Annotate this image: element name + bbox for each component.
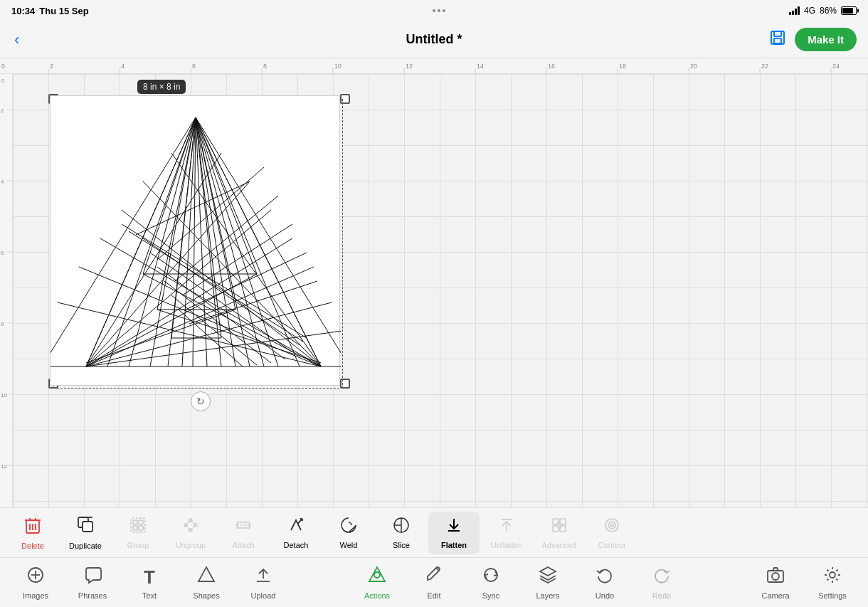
svg-rect-3 [0,58,868,74]
tool-ungroup[interactable]: Ungroup [165,512,216,554]
svg-point-144 [830,572,835,578]
tool-contour[interactable]: Contour [586,512,637,554]
toolbar-phrases[interactable]: Phrases [64,561,121,604]
phrases-label: Phrases [78,591,107,600]
tool-detach[interactable]: Detach [270,512,322,554]
svg-line-87 [189,281,317,324]
tool-group[interactable]: Group [112,512,164,554]
svg-line-94 [86,310,235,363]
undo-label: Undo [596,591,614,600]
svg-rect-1 [774,31,781,36]
svg-rect-2 [774,38,781,43]
svg-text:8: 8 [1,321,4,327]
status-right: 4G 86% [789,6,857,16]
save-button[interactable] [769,29,786,50]
toolbar-shapes[interactable]: Shapes [178,561,235,604]
network-label: 4G [804,6,815,16]
svg-text:18: 18 [619,63,626,70]
advanced-icon [551,517,568,538]
svg-text:12: 12 [406,63,413,70]
handle-bottom-right[interactable] [340,379,350,389]
toolbar-text[interactable]: T Text [121,561,178,604]
toolbar-settings[interactable]: Settings [804,561,861,604]
battery-icon [841,6,857,15]
flatten-icon [445,517,462,538]
ruler-vertical: 0 2 4 6 8 10 12 [0,74,13,507]
nav-title: Untitled * [406,32,462,47]
svg-rect-126 [553,526,559,532]
svg-line-70 [122,210,321,366]
shapes-label: Shapes [193,591,219,600]
weld-icon [340,517,357,538]
handle-top-right[interactable] [340,94,350,104]
flatten-label: Flatten [441,541,467,549]
svg-point-112 [189,519,192,522]
camera-label: Camera [761,591,789,600]
svg-line-62 [86,210,271,366]
svg-line-56 [196,117,278,366]
tool-advanced[interactable]: Advanced [534,512,585,554]
tool-attach[interactable]: Attach [218,512,269,554]
top-nav: ‹ Untitled * Make It [0,21,868,58]
status-date: Thu 15 Sep [39,6,88,16]
toolbar-undo[interactable]: Undo [576,561,633,604]
sync-label: Sync [482,591,499,600]
nav-right: Make It [769,28,857,51]
svg-marker-138 [369,567,385,581]
svg-line-80 [122,224,307,338]
edit-label: Edit [428,591,441,600]
svg-marker-90 [171,117,221,338]
tool-flatten[interactable]: Flatten [428,512,480,554]
attach-icon [235,517,252,538]
make-it-button[interactable]: Make It [795,28,857,51]
delete-icon [24,516,41,539]
weld-label: Weld [340,541,358,549]
toolbar-upload[interactable]: Upload [235,561,292,604]
redo-label: Redo [652,591,671,600]
tool-slice[interactable]: Slice [376,512,427,554]
rotate-handle[interactable]: ↻ [191,391,211,411]
slice-label: Slice [393,541,410,549]
group-icon [129,517,147,538]
canvas-area[interactable]: 8 in × 8 in [13,74,868,507]
tool-unflatten[interactable]: Unflatten [481,512,532,554]
svg-text:20: 20 [690,63,697,70]
toolbar-sync[interactable]: Sync [462,561,519,604]
undo-icon [596,566,614,588]
ruler-v-svg: 0 2 4 6 8 10 12 [0,74,13,507]
toolbar-camera[interactable]: Camera [747,561,804,604]
images-icon [26,566,45,588]
svg-marker-141 [540,567,556,576]
tool-duplicate[interactable]: Duplicate [60,512,111,554]
svg-marker-135 [199,567,214,581]
svg-line-82 [136,181,250,235]
svg-rect-29 [0,74,13,507]
svg-text:12: 12 [1,463,7,470]
toolbar-layers[interactable]: Layers [519,561,576,604]
edit-icon [425,566,443,588]
svg-line-59 [86,117,196,366]
shapes-icon [197,566,216,588]
toolbar-actions[interactable]: Actions [349,561,406,604]
actions-icon [368,566,386,588]
toolbar-images[interactable]: Images [7,561,64,604]
svg-point-143 [772,573,779,580]
images-label: Images [23,591,48,600]
tool-delete[interactable]: Delete [7,512,58,554]
main-toolbar-row: Images Phrases T Text Shapes [0,558,868,607]
size-tooltip: 8 in × 8 in [137,80,186,94]
svg-line-71 [100,238,321,366]
duplicate-icon [77,516,94,539]
tool-weld[interactable]: Weld [323,512,374,554]
battery-percent: 86% [820,6,837,16]
toolbar-edit[interactable]: Edit [406,561,462,604]
toolbar-redo[interactable]: Redo [633,561,690,604]
svg-text:14: 14 [477,63,484,70]
svg-rect-124 [553,519,559,524]
svg-text:22: 22 [761,63,768,70]
back-button[interactable]: ‹ [11,28,22,52]
design-canvas[interactable] [50,95,340,386]
status-time: 10:34 [11,6,35,16]
phrases-icon [83,566,102,588]
upload-icon [254,566,272,588]
